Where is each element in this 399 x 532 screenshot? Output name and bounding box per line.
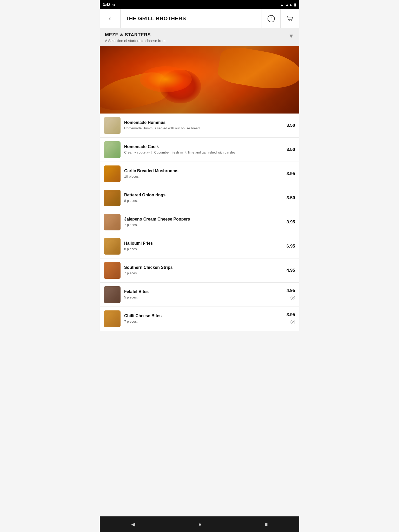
item-price-halloumi: 6.95 <box>287 244 295 249</box>
status-left: 3:42 ⊙ <box>103 3 115 7</box>
menu-list: Homemade Hummus Homemade Hummus served w… <box>100 114 299 331</box>
menu-item-onion-rings[interactable]: Battered Onion rings 8 pieces. 3.50 <box>100 186 299 210</box>
category-hero-image <box>100 46 299 114</box>
info-icon: i <box>268 15 275 22</box>
item-right-mushrooms: 3.95 <box>281 171 295 176</box>
item-price-jalepeno: 3.95 <box>287 220 295 225</box>
item-right-jalepeno: 3.95 <box>281 220 295 225</box>
item-thumbnail-chilli-cheese <box>104 310 121 327</box>
back-icon: ‹ <box>109 15 111 23</box>
item-thumbnail-onion-rings <box>104 190 121 206</box>
vegan-icon-felafel: ⓥ <box>290 295 295 301</box>
category-title: MEZE & STARTERS <box>105 32 165 38</box>
item-right-onion-rings: 3.50 <box>281 195 295 201</box>
item-name-mushrooms: Garlic Breaded Mushrooms <box>124 169 277 173</box>
item-details-chicken-strips: Southern Chicken Strips 7 pieces. <box>121 265 281 276</box>
wifi-icon: ▲ <box>280 3 284 7</box>
item-thumbnail-felafel <box>104 286 121 303</box>
header-icons: i <box>262 9 299 28</box>
menu-item-mushrooms[interactable]: Garlic Breaded Mushrooms 10 pieces. 3.95 <box>100 162 299 186</box>
status-time: 3:42 <box>103 3 110 7</box>
menu-item-cacik[interactable]: Homemade Cacik Creamy yogurt with Cucumb… <box>100 138 299 162</box>
item-description-jalepeno: 7 pieces. <box>124 223 277 227</box>
item-description-chicken-strips: 7 pieces. <box>124 271 277 276</box>
item-thumbnail-cacik <box>104 141 121 158</box>
signal-icon: ▲▲ <box>285 3 292 7</box>
svg-point-1 <box>291 20 292 21</box>
back-button[interactable]: ‹ <box>100 9 121 28</box>
item-description-cacik: Creamy yogurt with Cucumber, fresh mint,… <box>124 150 277 155</box>
item-name-halloumi: Halloumi Fries <box>124 241 277 246</box>
item-price-cacik: 3.50 <box>287 147 295 152</box>
item-details-mushrooms: Garlic Breaded Mushrooms 10 pieces. <box>121 169 281 179</box>
item-description-felafel: 5 pieces. <box>124 295 277 300</box>
item-description-mushrooms: 10 pieces. <box>124 174 277 179</box>
item-name-felafel: Felafel Bites <box>124 289 277 294</box>
item-thumbnail-chicken-strips <box>104 262 121 279</box>
item-price-chilli-cheese: 3.95 <box>287 312 295 317</box>
menu-item-jalepeno[interactable]: Jalepeno Cream Cheese Poppers 7 pieces. … <box>100 210 299 234</box>
status-bar: 3:42 ⊙ ▲ ▲▲ ▮ <box>100 0 299 9</box>
item-name-jalepeno: Jalepeno Cream Cheese Poppers <box>124 217 277 222</box>
info-button[interactable]: i <box>262 9 281 28</box>
item-description-halloumi: 8 pieces. <box>124 247 277 251</box>
item-name-chicken-strips: Southern Chicken Strips <box>124 265 277 270</box>
item-description-onion-rings: 8 pieces. <box>124 198 277 203</box>
item-details-chilli-cheese: Chilli Cheese Bites 7 pieces. <box>121 314 281 324</box>
item-name-hummus: Homemade Hummus <box>124 120 277 125</box>
item-price-onion-rings: 3.50 <box>287 195 295 201</box>
item-thumbnail-hummus <box>104 117 121 134</box>
menu-item-felafel[interactable]: Felafel Bites 5 pieces. 4.95 ⓥ <box>100 283 299 307</box>
restaurant-name: THE GRILL BROTHERS <box>121 16 262 22</box>
item-thumbnail-jalepeno <box>104 214 121 230</box>
item-price-mushrooms: 3.95 <box>287 171 295 176</box>
notification-icon: ⊙ <box>112 3 115 7</box>
item-right-felafel: 4.95 ⓥ <box>281 288 295 301</box>
item-details-jalepeno: Jalepeno Cream Cheese Poppers 7 pieces. <box>121 217 281 227</box>
item-right-chicken-strips: 4.95 <box>281 268 295 273</box>
menu-item-chicken-strips[interactable]: Southern Chicken Strips 7 pieces. 4.95 <box>100 258 299 283</box>
item-price-felafel: 4.95 <box>287 288 295 293</box>
svg-point-0 <box>289 20 290 21</box>
category-header[interactable]: MEZE & STARTERS A Selection of starters … <box>100 28 299 46</box>
item-thumbnail-mushrooms <box>104 165 121 182</box>
item-name-onion-rings: Battered Onion rings <box>124 193 277 197</box>
menu-item-chilli-cheese[interactable]: Chilli Cheese Bites 7 pieces. 3.95 ⓥ <box>100 307 299 331</box>
item-price-hummus: 3.50 <box>287 123 295 128</box>
item-name-cacik: Homemade Cacik <box>124 144 277 149</box>
battery-icon: ▮ <box>294 3 296 7</box>
item-details-felafel: Felafel Bites 5 pieces. <box>121 289 281 300</box>
item-description-chilli-cheese: 7 pieces. <box>124 319 277 324</box>
item-right-hummus: 3.50 <box>281 123 295 128</box>
item-name-chilli-cheese: Chilli Cheese Bites <box>124 314 277 318</box>
cart-icon <box>286 15 294 22</box>
status-right: ▲ ▲▲ ▮ <box>280 3 296 7</box>
category-info: MEZE & STARTERS A Selection of starters … <box>105 32 165 43</box>
item-right-chilli-cheese: 3.95 ⓥ <box>281 312 295 325</box>
item-right-cacik: 3.50 <box>281 147 295 152</box>
category-subtitle: A Selection of starters to choose from <box>105 39 165 43</box>
vegan-icon-chilli-cheese: ⓥ <box>290 319 295 325</box>
app-header: ‹ THE GRILL BROTHERS i <box>100 9 299 28</box>
item-details-onion-rings: Battered Onion rings 8 pieces. <box>121 193 281 203</box>
item-thumbnail-halloumi <box>104 238 121 255</box>
item-price-chicken-strips: 4.95 <box>287 268 295 273</box>
item-details-halloumi: Halloumi Fries 8 pieces. <box>121 241 281 251</box>
menu-item-halloumi[interactable]: Halloumi Fries 8 pieces. 6.95 <box>100 234 299 258</box>
item-right-halloumi: 6.95 <box>281 244 295 249</box>
cart-button[interactable] <box>281 9 299 28</box>
item-description-hummus: Homemade Hummus served with our house br… <box>124 126 277 131</box>
menu-item-hummus[interactable]: Homemade Hummus Homemade Hummus served w… <box>100 114 299 138</box>
item-details-hummus: Homemade Hummus Homemade Hummus served w… <box>121 120 281 131</box>
category-collapse-arrow[interactable]: ▼ <box>288 33 294 39</box>
item-details-cacik: Homemade Cacik Creamy yogurt with Cucumb… <box>121 144 281 155</box>
